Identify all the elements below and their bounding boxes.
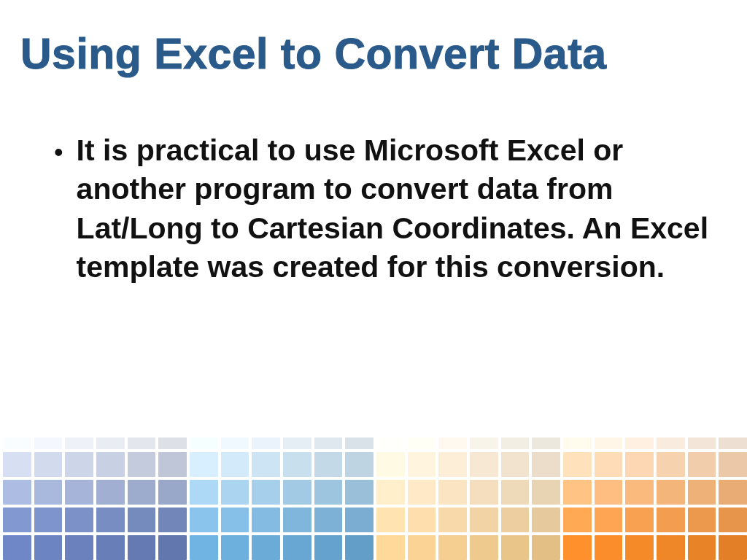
footer-grid-cell — [34, 480, 63, 505]
footer-grid-cell — [688, 508, 716, 532]
footer-grid-row — [0, 451, 747, 478]
footer-grid-cell — [657, 480, 685, 505]
footer-grid-cell — [501, 535, 530, 560]
footer-grid-cell — [657, 438, 685, 449]
footer-grid-cell — [719, 438, 747, 449]
footer-grid-cell — [3, 438, 31, 449]
footer-grid-cell — [3, 480, 31, 505]
footer-grid-cell — [408, 452, 436, 477]
footer-grid-cell — [625, 480, 654, 505]
footer-grid-cell — [657, 535, 685, 560]
footer-grid-cell — [158, 438, 187, 449]
footer-grid-cell — [688, 480, 716, 505]
footer-grid-cell — [719, 508, 747, 532]
footer-grid-cell — [252, 508, 280, 532]
footer-grid-cell — [34, 438, 63, 449]
footer-grid-cell — [65, 535, 93, 560]
footer-grid-cell — [128, 438, 156, 449]
footer-grid-cell — [34, 452, 63, 477]
footer-grid-row — [0, 506, 747, 534]
footer-grid-cell — [470, 452, 498, 477]
footer-grid-cell — [625, 508, 654, 532]
footer-grid-cell — [128, 535, 156, 560]
footer-grid-cell — [532, 508, 560, 532]
slide-title: Using Excel to Convert Data — [20, 29, 727, 79]
footer-grid-cell — [96, 508, 125, 532]
footer-grid-cell — [563, 535, 592, 560]
footer-grid-cell — [719, 480, 747, 505]
footer-grid-cell — [158, 535, 187, 560]
footer-grid-cell — [190, 535, 218, 560]
footer-grid-cell — [563, 438, 592, 449]
footer-grid-cell — [65, 438, 93, 449]
footer-grid-cell — [688, 452, 716, 477]
footer-grid-cell — [408, 508, 436, 532]
footer-grid-cell — [314, 535, 343, 560]
footer-grid-cell — [470, 508, 498, 532]
footer-grid-cell — [65, 480, 93, 505]
footer-grid-cell — [501, 452, 530, 477]
footer-grid-cell — [438, 535, 467, 560]
footer-grid-cell — [470, 480, 498, 505]
footer-grid-cell — [376, 508, 405, 532]
footer-grid-cell — [65, 508, 93, 532]
footer-grid-cell — [438, 508, 467, 532]
footer-grid-cell — [501, 480, 530, 505]
bullet-item: • It is practical to use Microsoft Excel… — [51, 131, 718, 287]
footer-grid-cell — [283, 452, 311, 477]
footer-grid-cell — [34, 535, 63, 560]
footer-grid-cell — [314, 438, 343, 449]
footer-grid-cell — [314, 452, 343, 477]
footer-grid-cell — [96, 452, 125, 477]
footer-grid-cell — [128, 508, 156, 532]
footer-grid-cell — [221, 535, 249, 560]
footer-grid-cell — [595, 508, 623, 532]
footer-grid-cell — [221, 438, 249, 449]
footer-grid-cell — [283, 438, 311, 449]
footer-grid-cell — [408, 480, 436, 505]
footer-grid-cell — [408, 438, 436, 449]
footer-grid-cell — [34, 508, 63, 532]
bullet-text: It is practical to use Microsoft Excel o… — [77, 131, 718, 287]
footer-grid-cell — [719, 535, 747, 560]
footer-grid-cell — [221, 508, 249, 532]
footer-grid-cell — [345, 535, 374, 560]
footer-grid-cell — [563, 508, 592, 532]
footer-grid-cell — [688, 438, 716, 449]
footer-grid-cell — [376, 438, 405, 449]
footer-grid-cell — [345, 438, 374, 449]
footer-grid-cell — [158, 480, 187, 505]
footer-grid-cell — [314, 480, 343, 505]
footer-grid-cell — [625, 535, 654, 560]
footer-grid-cell — [376, 535, 405, 560]
footer-grid-cell — [96, 438, 125, 449]
footer-grid-cell — [3, 535, 31, 560]
footer-grid-cell — [376, 452, 405, 477]
footer-grid-cell — [438, 452, 467, 477]
footer-grid-cell — [345, 480, 374, 505]
footer-grid-cell — [595, 535, 623, 560]
footer-grid-cell — [532, 452, 560, 477]
footer-grid-cell — [501, 508, 530, 532]
footer-grid-cell — [408, 535, 436, 560]
slide-body: • It is practical to use Microsoft Excel… — [51, 131, 718, 287]
footer-grid-cell — [595, 438, 623, 449]
bullet-marker-icon: • — [54, 131, 63, 174]
footer-grid-cell — [283, 480, 311, 505]
footer-grid-cell — [345, 452, 374, 477]
footer-grid-cell — [657, 508, 685, 532]
footer-grid-cell — [158, 452, 187, 477]
footer-grid-row — [0, 436, 747, 451]
footer-color-grid — [0, 436, 747, 560]
footer-grid-cell — [221, 452, 249, 477]
footer-grid-row — [0, 534, 747, 560]
footer-grid-cell — [595, 452, 623, 477]
footer-grid-row — [0, 478, 747, 506]
footer-grid-cell — [719, 452, 747, 477]
footer-grid-cell — [3, 508, 31, 532]
footer-grid-cell — [595, 480, 623, 505]
footer-grid-cell — [625, 438, 654, 449]
footer-grid-cell — [532, 438, 560, 449]
footer-grid-cell — [190, 480, 218, 505]
footer-grid-cell — [221, 480, 249, 505]
